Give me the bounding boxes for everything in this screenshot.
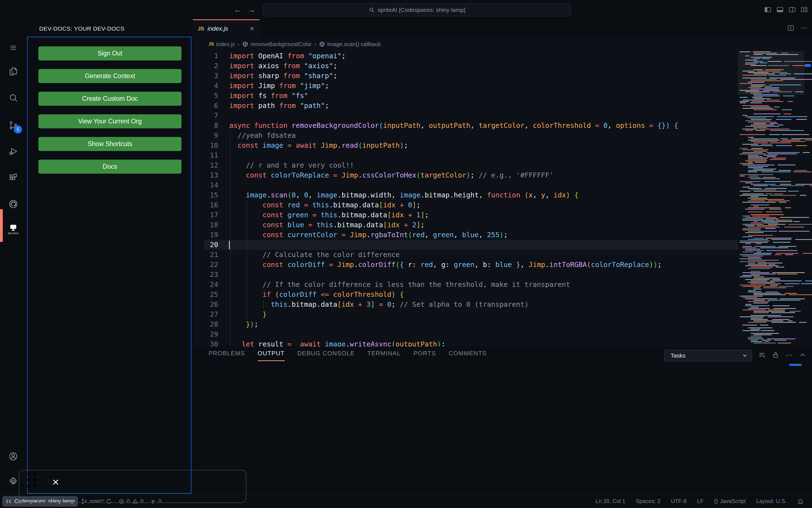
minimap-line	[738, 109, 796, 110]
minimap-line	[738, 65, 812, 66]
minimap-line	[738, 51, 772, 52]
code-line: // Calculate the color difference	[229, 250, 400, 260]
forward-arrow-icon[interactable]: →	[247, 4, 256, 15]
search-icon[interactable]	[0, 93, 27, 103]
clear-output-icon[interactable]	[759, 351, 766, 358]
minimap-line	[738, 282, 779, 283]
status-javascript[interactable]: {}JavaScript	[710, 498, 749, 504]
branch-status[interactable]: main*	[78, 495, 115, 508]
code-line: if (colorDiff <= colorThreshold) {	[229, 290, 404, 300]
minimap-line	[738, 122, 779, 123]
customize-layout-icon[interactable]	[800, 6, 808, 13]
code-line: // r and t are very cool!!	[229, 160, 354, 170]
code-line: const colorDiff = Jimp.colorDiff({ r: re…	[229, 260, 662, 270]
show-shortcuts-button[interactable]: Show Shortcuts	[38, 137, 181, 151]
minimap-line	[738, 284, 783, 286]
error-icon	[119, 498, 125, 504]
minimap-line	[738, 178, 782, 179]
code-editor[interactable]: 1import OpenAI from "openai";2import axi…	[193, 51, 738, 346]
js-file-icon: JS	[198, 26, 204, 32]
status-layout-u-s-[interactable]: Layout: U.S.	[753, 498, 790, 504]
minimap-line	[738, 58, 774, 59]
minimap-line	[738, 236, 754, 237]
problems-status[interactable]: 0 0	[115, 495, 147, 508]
minimap-line	[738, 149, 771, 150]
minimap-line	[738, 189, 779, 190]
code-line: import fs from "fs"	[229, 91, 308, 101]
bottom-panel: PROBLEMSOUTPUTDEBUG CONSOLETERMINALPORTS…	[193, 346, 812, 494]
notifications-bell-icon[interactable]	[794, 498, 807, 505]
extensions-icon[interactable]	[0, 173, 27, 183]
minimap-line	[738, 185, 812, 186]
line-number: 22	[193, 260, 218, 270]
minimap-line	[738, 221, 804, 222]
docs-button[interactable]: Docs	[38, 160, 181, 174]
menu-icon[interactable]	[0, 44, 27, 52]
breadcrumb-item[interactable]: removeBackgroundColor	[242, 41, 312, 47]
status-utf-8[interactable]: UTF-8	[667, 498, 690, 504]
minimap-line	[738, 278, 781, 279]
output-channel-select[interactable]: Tasks	[664, 350, 752, 362]
command-center-search[interactable]: spriteAI [Codespaces: shiny lamp]	[263, 3, 571, 16]
toggle-sidebar-icon[interactable]	[764, 6, 772, 13]
breadcrumb: JSindex.js›removeBackgroundColor›image.s…	[193, 37, 812, 51]
ports-status[interactable]: 0	[147, 495, 165, 508]
breadcrumb-item[interactable]: JSindex.js	[208, 41, 235, 47]
minimap-line	[738, 208, 785, 210]
toggle-panel-icon[interactable]	[776, 6, 784, 13]
breadcrumb-item[interactable]: image.scan() callback	[319, 41, 380, 47]
sign-out-button[interactable]: Sign Out	[38, 46, 181, 60]
minimap-line	[738, 174, 776, 175]
source-control-icon[interactable]: 5	[0, 120, 27, 130]
minimap-line	[738, 182, 757, 183]
minimap-line	[738, 181, 793, 182]
minimap-line	[738, 206, 760, 207]
minimap[interactable]	[738, 51, 804, 346]
chevron-down-icon	[742, 352, 748, 358]
lock-scroll-icon[interactable]	[772, 352, 779, 358]
create-custom-doc-button[interactable]: Create Custom Doc	[38, 92, 181, 106]
panel-tab-comments[interactable]: COMMENTS	[449, 350, 487, 361]
minimap-line	[738, 195, 808, 196]
run-and-debug-icon[interactable]	[0, 146, 27, 156]
minimap-line	[738, 279, 782, 280]
dev-docs-icon[interactable]: Dev-Docs	[0, 224, 27, 235]
settings-icon[interactable]	[0, 476, 27, 486]
back-arrow-icon[interactable]: ←	[234, 4, 242, 15]
minimap-line	[738, 266, 786, 267]
code-line: import axios from "axios";	[229, 61, 337, 71]
minimap-line	[738, 275, 761, 276]
overview-ruler[interactable]	[804, 19, 812, 346]
panel-tab-problems[interactable]: PROBLEMS	[208, 350, 245, 361]
github-icon[interactable]	[0, 199, 27, 209]
tab-index-js[interactable]: JS index.js ✕	[193, 19, 259, 37]
line-number: 9	[193, 131, 218, 140]
panel-tab-output[interactable]: OUTPUT	[258, 350, 285, 361]
explorer-icon[interactable]	[0, 66, 27, 76]
minimap-line	[738, 55, 753, 56]
status-spaces-2[interactable]: Spaces: 2	[633, 498, 664, 504]
panel-tab-ports[interactable]: PORTS	[413, 350, 436, 361]
minimap-line	[738, 334, 777, 335]
minimap-line	[738, 312, 799, 313]
minimap-line	[738, 80, 786, 81]
split-editor-icon[interactable]	[787, 24, 794, 32]
minimap-line	[738, 87, 783, 88]
panel-tab-terminal[interactable]: TERMINAL	[367, 350, 401, 361]
generate-context-button[interactable]: Generate Context	[38, 69, 181, 83]
panel-more-icon[interactable]: ⋯	[785, 352, 793, 358]
status-ln-20-col-1[interactable]: Ln 20, Col 1	[592, 498, 628, 504]
accounts-icon[interactable]	[0, 452, 27, 461]
view-your-current-org-button[interactable]: View Your Current Org	[38, 114, 181, 128]
minimap-line	[738, 200, 791, 201]
maximize-panel-icon[interactable]	[799, 352, 806, 358]
remote-indicator[interactable]: Codespaces: shiny lamp	[2, 496, 78, 507]
status-lf[interactable]: LF	[694, 498, 707, 504]
toggle-secondary-sidebar-icon[interactable]	[788, 6, 796, 13]
close-icon[interactable]: ✕	[52, 478, 59, 487]
breadcrumb-separator: ›	[238, 41, 239, 47]
minimap-line	[738, 86, 774, 87]
panel-tab-debug-console[interactable]: DEBUG CONSOLE	[297, 350, 355, 361]
minimap-line	[738, 264, 776, 265]
close-tab-icon[interactable]: ✕	[249, 26, 254, 32]
